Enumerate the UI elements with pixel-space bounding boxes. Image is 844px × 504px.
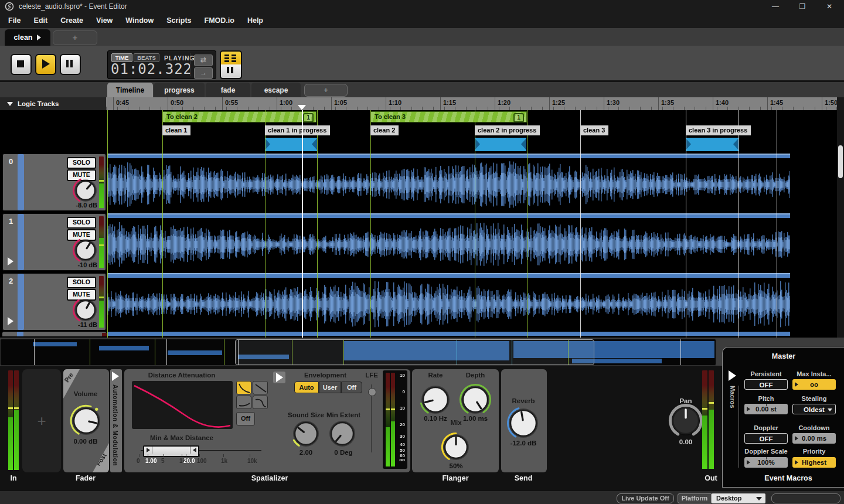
track-volume-knob[interactable] — [72, 176, 100, 205]
follow-playback-button[interactable]: → — [194, 67, 213, 79]
list-icon — [224, 55, 229, 56]
event-play-icon — [37, 35, 41, 40]
ruler-tick-label: 1:00 — [280, 99, 292, 106]
overview-line-white — [166, 339, 167, 365]
waveform-clip[interactable] — [107, 273, 790, 331]
stop-icon — [17, 60, 24, 67]
menu-scripts[interactable]: Scripts — [162, 14, 199, 27]
ruler-tick-label: 1:45 — [770, 99, 783, 106]
overview-line-white — [34, 339, 35, 365]
menu-help[interactable]: Help — [243, 14, 271, 27]
menu-edit[interactable]: Edit — [29, 14, 56, 27]
ruler-tick — [113, 97, 114, 110]
tab-progress[interactable]: progress — [154, 83, 205, 97]
tracker-lanes-toggle[interactable] — [220, 64, 242, 79]
time-display-panel: TIME BEATS PLAYING 01:02.322 ⇄ → — [107, 50, 216, 79]
tab-fade[interactable]: fade — [206, 83, 250, 97]
event-editor-window: celeste_audio.fspro* - Event Editor — ❐ … — [0, 0, 844, 504]
menu-fmodio[interactable]: FMOD.io — [200, 14, 243, 27]
loop-region[interactable] — [265, 138, 317, 151]
play-button[interactable] — [35, 54, 56, 75]
solo-button[interactable]: SOLO — [67, 217, 96, 229]
scrollbar-thumb[interactable] — [838, 145, 843, 178]
track-color-strip — [18, 154, 24, 210]
ruler-tick — [495, 97, 495, 110]
close-button[interactable]: ✕ — [822, 1, 837, 12]
live-update-button[interactable]: Live Update Off — [617, 493, 674, 503]
menu-file[interactable]: File — [4, 14, 29, 27]
logic-tracks-label: Logic Tracks — [18, 100, 59, 107]
overview-line-white — [680, 339, 681, 365]
track-volume-knob[interactable] — [72, 236, 100, 264]
solo-button[interactable]: SOLO — [67, 277, 96, 288]
maximize-button[interactable]: ❐ — [795, 1, 810, 12]
vertical-scrollbar[interactable] — [837, 110, 844, 338]
menu-create[interactable]: Create — [56, 14, 91, 27]
stop-button[interactable] — [11, 54, 32, 75]
meter-bright-segment — [99, 238, 104, 268]
partial-track-meter — [102, 333, 107, 336]
lanes-icon — [227, 67, 229, 73]
destination-marker[interactable]: clean 3 — [580, 125, 608, 135]
track-expand-arrow[interactable] — [8, 317, 13, 325]
menu-window[interactable]: Window — [121, 14, 162, 27]
meter-bright-segment — [99, 301, 104, 328]
ruler-tick-label: 1:25 — [552, 99, 565, 106]
logic-tracks-header[interactable]: Logic Tracks — [0, 97, 106, 110]
status-spare-box — [771, 493, 840, 503]
ruler-tick-label: 1:40 — [716, 99, 729, 106]
track-volume-value: -10 dB — [77, 261, 97, 268]
track-header[interactable]: 2SOLOMUTE-11 dB — [2, 273, 106, 331]
platform-dropdown[interactable]: Desktop — [712, 493, 765, 503]
partial-waveform-bar — [107, 332, 790, 336]
timeline-ruler[interactable]: 0:450:500:551:001:051:101:151:201:251:30… — [106, 97, 837, 110]
meter-peak-dash — [99, 244, 104, 246]
playhead-marker[interactable] — [298, 105, 306, 110]
pause-icon — [66, 60, 69, 67]
time-readout: 01:02.322 — [111, 61, 192, 77]
overview-viewport[interactable] — [235, 339, 594, 365]
waveform-clip[interactable] — [107, 213, 790, 271]
destination-marker[interactable]: clean 3 in progress — [686, 125, 751, 135]
add-event-tab-button[interactable]: + — [53, 30, 97, 45]
ruler-tick-label: 1:15 — [443, 99, 456, 106]
ruler-tick — [604, 97, 604, 110]
destination-marker[interactable]: clean 1 in progress — [265, 125, 330, 135]
destination-marker[interactable]: clean 1 — [162, 125, 190, 135]
track-level-meter — [99, 276, 104, 328]
track-expand-arrow[interactable] — [8, 257, 13, 265]
loop-region[interactable] — [475, 138, 526, 151]
track-color-strip — [18, 214, 24, 270]
track-header[interactable]: 1SOLOMUTE-10 dB — [2, 213, 106, 271]
menu-view[interactable]: View — [91, 14, 121, 27]
solo-button[interactable]: SOLO — [67, 157, 96, 169]
destination-marker[interactable]: clean 2 in progress — [475, 125, 540, 135]
status-bar: Live Update Off Platform Desktop — [0, 490, 844, 504]
ruler-corner — [837, 97, 844, 110]
event-tab-clean[interactable]: clean — [5, 29, 50, 46]
pause-button[interactable] — [60, 54, 81, 75]
event-macros-panel: Master — [722, 347, 844, 488]
tab-escape[interactable]: escape — [251, 83, 301, 97]
overview-line-green — [155, 339, 155, 365]
track-number: 0 — [9, 157, 13, 166]
waveform-clip[interactable] — [107, 154, 790, 211]
master-track-title: Master — [723, 352, 844, 360]
track-header[interactable]: 0SOLOMUTE-8.0 dB — [2, 154, 106, 211]
ruler-tick-label: 1:50 — [825, 99, 837, 106]
tab-timeline[interactable]: Timeline — [107, 83, 153, 97]
add-sheet-tab-button[interactable]: + — [304, 84, 348, 97]
destination-marker[interactable]: clean 2 — [370, 125, 399, 135]
transition-region[interactable]: To clean 21 — [162, 111, 316, 122]
minimize-button[interactable]: — — [768, 1, 783, 12]
track-volume-knob[interactable] — [72, 296, 100, 324]
ruler-tick — [277, 97, 277, 110]
window-title: celeste_audio.fspro* - Event Editor — [19, 2, 127, 11]
loop-playback-button[interactable]: ⇄ — [194, 55, 213, 66]
overview-line-green — [224, 339, 224, 365]
timeline-overview[interactable] — [0, 339, 716, 366]
ruler-tick-label: 1:10 — [389, 99, 401, 106]
loop-region[interactable] — [686, 138, 738, 151]
ruler-tick — [331, 97, 332, 110]
transition-region[interactable]: To clean 31 — [370, 111, 527, 122]
